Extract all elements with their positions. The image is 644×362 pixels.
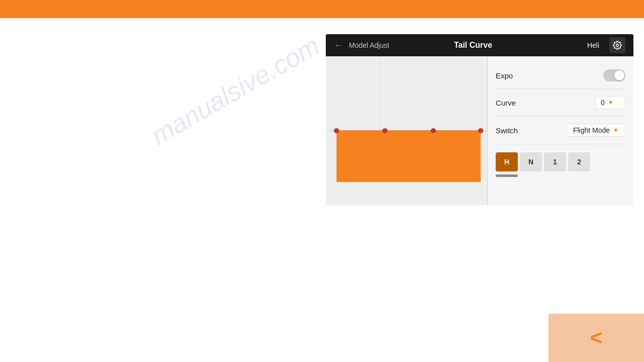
settings-icon (613, 41, 622, 50)
expo-row: Expo (496, 62, 625, 89)
settings-area: Expo Curve 0 ▼ Switch Flight Mode ▼ (488, 56, 633, 205)
panel-body: Hold 100 50 0 0 ⟶ 50 (326, 56, 633, 205)
chart-svg (326, 56, 487, 205)
mode-buttons-row: H N 1 2 (496, 152, 625, 171)
flight-mode-arrow: ▼ (613, 127, 619, 134)
curve-dropdown-arrow: ▼ (608, 99, 614, 106)
svg-point-6 (334, 128, 339, 133)
back-button[interactable]: < (548, 314, 644, 362)
back-chevron-icon: < (590, 326, 603, 350)
curve-row: Curve 0 ▼ (496, 89, 625, 117)
svg-point-7 (382, 128, 388, 133)
watermark: manualsive.com (146, 30, 324, 151)
switch-row: Switch Flight Mode ▼ (496, 117, 625, 144)
svg-point-9 (478, 128, 484, 133)
curve-dropdown[interactable]: 0 ▼ (595, 96, 625, 109)
heli-label: Heli (587, 41, 599, 49)
mode-btn-2[interactable]: 2 (568, 152, 590, 171)
curve-value: 0 (601, 99, 605, 107)
svg-point-0 (616, 44, 619, 47)
settings-icon-btn[interactable] (609, 37, 625, 53)
chart-area: Hold 100 50 0 0 ⟶ 50 (326, 56, 488, 205)
flight-mode-value: Flight Mode (573, 126, 610, 134)
curve-label: Curve (496, 99, 516, 107)
mode-btn-N[interactable]: N (520, 152, 542, 171)
svg-rect-4 (336, 131, 481, 182)
top-bar (0, 0, 644, 18)
mode-indicator (496, 174, 518, 177)
mode-btn-H[interactable]: H (496, 152, 518, 171)
expo-label: Expo (496, 71, 513, 80)
panel-title: Tail Curve (365, 41, 581, 50)
panel-header: ← Model Adjust Tail Curve Heli (326, 34, 633, 56)
flight-mode-dropdown[interactable]: Flight Mode ▼ (567, 124, 625, 137)
mode-buttons-container: H N 1 2 (496, 144, 625, 177)
svg-point-8 (431, 128, 436, 133)
panel-container: ← Model Adjust Tail Curve Heli Hold 100 … (326, 34, 633, 205)
switch-label: Switch (496, 126, 518, 135)
back-arrow-icon[interactable]: ← (334, 40, 343, 51)
expo-toggle[interactable] (603, 69, 625, 81)
mode-btn-1[interactable]: 1 (544, 152, 566, 171)
